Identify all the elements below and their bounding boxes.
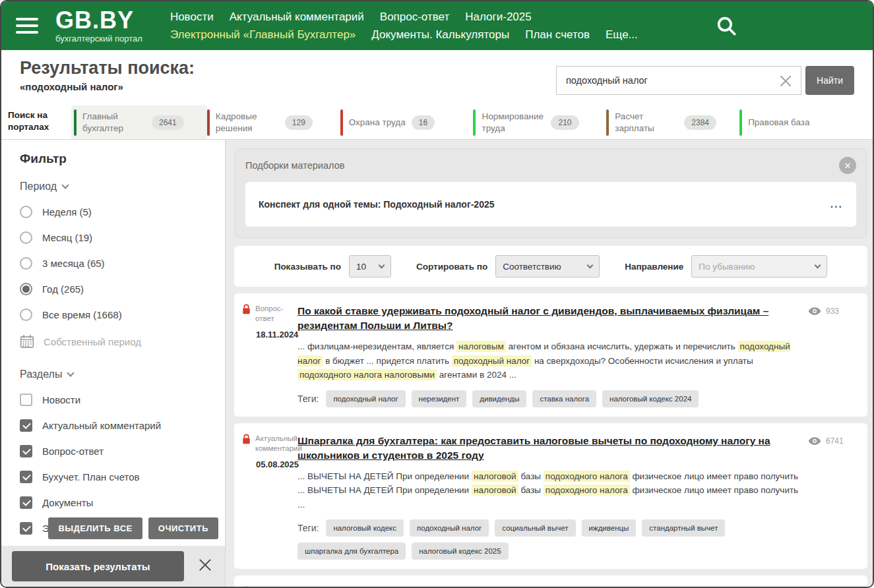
period-option[interactable]: 3 месяца (65) bbox=[20, 257, 225, 270]
section-option[interactable]: Новости bbox=[20, 394, 225, 406]
tag-pill[interactable]: стандартный вычет bbox=[642, 519, 725, 537]
period-option[interactable]: Год (265) bbox=[20, 283, 225, 295]
search-input[interactable] bbox=[557, 67, 801, 94]
tab-color-bar bbox=[739, 109, 742, 136]
checkbox-icon[interactable] bbox=[20, 496, 32, 509]
result-type: Актуальный комментарий bbox=[255, 586, 297, 587]
tag-pill[interactable]: социальный вычет bbox=[495, 519, 575, 537]
radio-icon[interactable] bbox=[20, 257, 32, 270]
radio-icon[interactable] bbox=[20, 206, 32, 218]
section-option-label: Актуальный комментарий bbox=[42, 420, 161, 431]
collection-item[interactable]: Конспект для одной темы: Подоходный нало… bbox=[245, 182, 856, 227]
checkbox-icon[interactable] bbox=[20, 394, 32, 406]
site-logo[interactable]: GB.BY бухгалтерский портал bbox=[55, 9, 142, 44]
result-views: 933 bbox=[808, 304, 858, 316]
result-tags: Теги: подоходный налогнерезидентдивиденд… bbox=[297, 390, 799, 407]
snippet-text: на сверхдоходы? Особенности исчисления и… bbox=[532, 356, 753, 366]
nav-link[interactable]: Документы. Калькуляторы bbox=[371, 28, 509, 42]
section-option-label: Документы bbox=[42, 497, 93, 508]
clear-search-icon[interactable] bbox=[777, 73, 794, 92]
tag-pill[interactable]: налоговый кодекс 2025 bbox=[412, 543, 508, 560]
tag-pill[interactable]: подоходный налог bbox=[326, 390, 405, 407]
section-option[interactable]: Документы bbox=[20, 496, 225, 509]
result-type: Актуальный комментарий bbox=[255, 434, 297, 454]
nav-link[interactable]: Электронный «Главный Бухгалтер» bbox=[170, 28, 356, 42]
clear-button[interactable]: ОЧИСТИТЬ bbox=[148, 517, 218, 539]
checkbox-icon[interactable] bbox=[20, 522, 32, 535]
section-option[interactable]: Бухучет. План счетов bbox=[20, 471, 225, 483]
tag-pill[interactable]: налоговый кодекс bbox=[326, 519, 404, 537]
snippet-text: физическое лицо имеет право получить bbox=[630, 471, 798, 481]
select-all-button[interactable]: ВЫДЕЛИТЬ ВСЕ bbox=[48, 517, 142, 539]
find-button[interactable]: Найти bbox=[805, 66, 854, 95]
show-results-button[interactable]: Показать результаты bbox=[12, 551, 184, 581]
tab-color-bar bbox=[207, 109, 210, 136]
nav-link[interactable]: План счетов bbox=[525, 28, 590, 42]
tab-color-bar bbox=[74, 109, 77, 136]
collections-title: Подборки материалов bbox=[245, 160, 344, 171]
custom-period-option[interactable]: Собственный период bbox=[20, 334, 225, 349]
filter-actions: ВЫДЕЛИТЬ ВСЕ ОЧИСТИТЬ bbox=[48, 517, 218, 539]
chevron-down-icon bbox=[67, 369, 75, 376]
radio-icon[interactable] bbox=[20, 231, 32, 244]
per-page-label: Показывать по bbox=[274, 262, 341, 272]
sections-group-toggle[interactable]: Разделы bbox=[20, 368, 225, 380]
nav-link[interactable]: Новости bbox=[170, 11, 214, 24]
portal-tab[interactable]: Главный бухгалтер 2641 bbox=[71, 105, 207, 139]
direction-select[interactable]: По убыванию bbox=[691, 255, 827, 278]
tab-color-bar bbox=[606, 109, 609, 136]
tab-count-badge: 210 bbox=[551, 115, 578, 130]
hamburger-menu-icon[interactable] bbox=[16, 18, 38, 34]
checkbox-icon[interactable] bbox=[20, 419, 32, 432]
portal-tab[interactable]: Правовая база bbox=[739, 105, 873, 139]
close-filter-icon[interactable] bbox=[196, 556, 214, 577]
per-page-select[interactable]: 10 bbox=[349, 255, 391, 278]
tag-pill[interactable]: иждивенцы bbox=[582, 519, 637, 537]
nav-link[interactable]: Еще... bbox=[606, 28, 638, 42]
portal-tab[interactable]: Нормирование труда 210 bbox=[473, 105, 606, 139]
tag-pill[interactable]: нерезидент bbox=[412, 390, 467, 407]
tag-pill[interactable]: подоходный налог bbox=[410, 519, 489, 537]
tab-name: Правовая база bbox=[748, 117, 809, 129]
section-option[interactable]: Актуальный комментарий bbox=[20, 419, 225, 432]
radio-icon[interactable] bbox=[20, 283, 32, 295]
result-title-link[interactable]: По какой ставке удерживать подоходный на… bbox=[297, 304, 799, 334]
result-title-link[interactable]: Фонд заработной платы для декларации нал… bbox=[297, 586, 799, 587]
portal-tab[interactable]: Охрана труда 16 bbox=[340, 105, 474, 139]
snippet-text: в бюджет ... придется платить bbox=[323, 356, 451, 366]
nav-link[interactable]: Вопрос-ответ bbox=[380, 11, 449, 24]
section-option-label: Новости bbox=[42, 394, 80, 405]
ellipsis-menu-icon[interactable]: ... bbox=[830, 202, 843, 206]
section-option-label: Бухучет. План счетов bbox=[42, 471, 140, 483]
portal-tab[interactable]: Кадровые решения 129 bbox=[207, 105, 340, 139]
tag-pill[interactable]: налоговый кодекс 2024 bbox=[602, 390, 699, 407]
checkbox-icon[interactable] bbox=[20, 445, 32, 457]
collections-list: Конспект для одной темы: Подоходный нало… bbox=[245, 182, 856, 227]
radio-icon[interactable] bbox=[20, 309, 32, 321]
tag-pill[interactable]: ставка налога bbox=[532, 390, 596, 407]
tag-pill[interactable]: дивиденды bbox=[472, 390, 526, 407]
sort-controls: Показывать по 10 Сортировать по Соответс… bbox=[234, 246, 867, 287]
checkbox-icon[interactable] bbox=[20, 471, 32, 483]
result-title-link[interactable]: Шпаргалка для бухгалтера: как предостави… bbox=[297, 434, 799, 463]
period-option[interactable]: Месяц (19) bbox=[20, 231, 225, 244]
chevron-down-icon bbox=[61, 181, 69, 189]
period-group-toggle[interactable]: Период bbox=[20, 181, 225, 192]
close-collections-icon[interactable]: ✕ bbox=[839, 157, 856, 174]
sort-select[interactable]: Соответствию bbox=[495, 255, 600, 278]
search-icon[interactable] bbox=[715, 15, 737, 40]
nav-link[interactable]: Налоги-2025 bbox=[465, 11, 531, 24]
section-option[interactable]: Вопрос-ответ bbox=[20, 445, 225, 457]
tab-count-badge: 129 bbox=[285, 115, 313, 130]
portal-tab[interactable]: Расчет зарплаты 2384 bbox=[606, 105, 739, 139]
nav-link[interactable]: Актуальный комментарий bbox=[230, 11, 364, 24]
period-label: Период bbox=[20, 181, 57, 192]
tag-pill[interactable]: шпаргалка для бухгалтера bbox=[297, 543, 406, 560]
results-list: Вопрос-ответ 18.11.2024 По какой ставке … bbox=[234, 293, 867, 587]
period-option[interactable]: Неделя (5) bbox=[20, 206, 225, 218]
per-page-value: 10 bbox=[356, 262, 366, 272]
logo-tagline: бухгалтерский портал bbox=[55, 34, 142, 44]
lock-icon bbox=[242, 434, 251, 444]
result-views: 2619 bbox=[808, 586, 858, 587]
period-option[interactable]: Все время (1668) bbox=[20, 309, 225, 321]
